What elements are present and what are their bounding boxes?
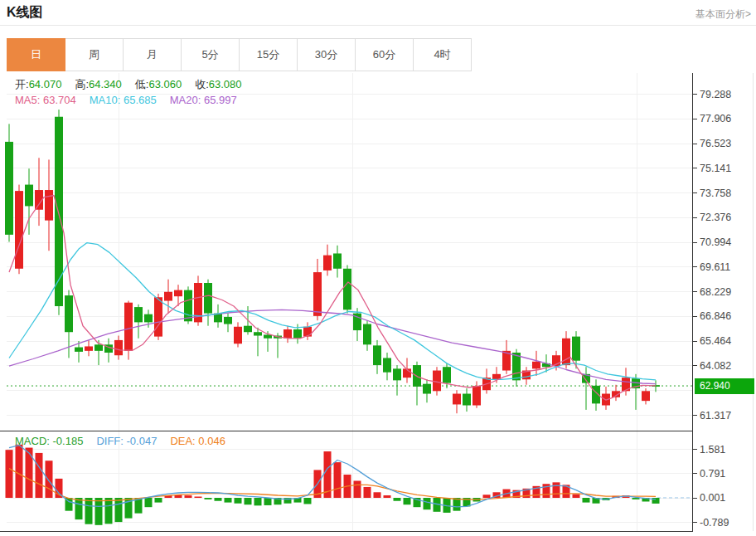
candle-up[interactable] (154, 297, 162, 336)
macd-bar[interactable] (404, 498, 411, 504)
candle-down[interactable] (463, 394, 471, 406)
candle-down[interactable] (383, 358, 391, 372)
candle-up[interactable] (323, 256, 332, 270)
macd-bar[interactable] (155, 498, 162, 503)
macd-bar[interactable] (16, 445, 23, 498)
macd-bar[interactable] (195, 497, 202, 498)
candle-up[interactable] (472, 386, 481, 405)
macd-bar[interactable] (36, 453, 43, 498)
macd-bar[interactable] (334, 462, 342, 498)
candle-up[interactable] (15, 191, 23, 269)
macd-bar[interactable] (245, 498, 252, 504)
candle-down[interactable] (423, 384, 431, 394)
candle-down[interactable] (144, 314, 153, 323)
candle-down[interactable] (333, 253, 342, 268)
ohlc-open: 开:64.070 (15, 77, 61, 92)
candle-up[interactable] (45, 190, 53, 221)
macd-bar[interactable] (115, 498, 123, 522)
candle-up[interactable] (532, 362, 540, 369)
candle-down[interactable] (393, 368, 401, 380)
candle-down[interactable] (254, 332, 262, 335)
ohlc-close: 收:63.080 (195, 77, 241, 92)
macd-bar[interactable] (75, 498, 83, 519)
macd-bar[interactable] (6, 450, 13, 498)
macd-bar[interactable] (205, 498, 212, 499)
grid-lines (7, 73, 754, 531)
candle-up[interactable] (433, 371, 441, 392)
macd-bar[interactable] (264, 498, 272, 505)
macd-legend: MACD: -0.185 DIFF: -0.047 DEA: 0.046 (15, 435, 239, 447)
macd-bar[interactable] (354, 480, 361, 498)
macd-bar[interactable] (225, 498, 232, 503)
ohlc-legend: 开:64.070 高:64.340 低:63.060 收:63.080 (15, 77, 255, 92)
macd-bar[interactable] (553, 482, 560, 498)
candle-up[interactable] (284, 329, 292, 339)
diff-value-label: DIFF: -0.047 (96, 435, 157, 447)
macd-bar[interactable] (46, 460, 53, 498)
axis-tick-label: 0.791 (700, 468, 725, 480)
ma5-line (9, 196, 656, 401)
candle-down[interactable] (224, 317, 232, 324)
candle-down[interactable] (94, 344, 103, 351)
axis-tick-label: 79.288 (700, 89, 731, 100)
axis-tick-label: 70.994 (700, 236, 731, 248)
macd-bar[interactable] (384, 495, 391, 498)
axis-tick-label: 75.141 (700, 163, 731, 174)
candle-up[interactable] (174, 290, 182, 297)
macd-bar[interactable] (145, 498, 153, 507)
axis-tick-label: 76.523 (700, 138, 731, 149)
macd-bar[interactable] (215, 498, 222, 501)
candle-down[interactable] (25, 185, 33, 207)
macd-bar[interactable] (583, 498, 590, 503)
candle-down[interactable] (184, 290, 192, 322)
candle-down[interactable] (293, 329, 302, 339)
macd-bar[interactable] (573, 495, 580, 498)
ma10-legend: MA10: 65.685 (90, 94, 157, 106)
candle-down[interactable] (264, 334, 272, 338)
axis-tick-label: -0.789 (700, 517, 729, 529)
macd-bar[interactable] (85, 498, 93, 524)
macd-value-label: MACD: -0.185 (15, 435, 83, 447)
macd-bar[interactable] (105, 498, 113, 524)
ohlc-high: 高:64.340 (75, 77, 121, 92)
candle-down[interactable] (75, 348, 83, 352)
macd-bar[interactable] (483, 495, 491, 498)
axis-tick-label: 66.846 (700, 310, 731, 322)
macd-bar[interactable] (374, 492, 381, 498)
tab-day[interactable]: 日 (7, 38, 65, 71)
candle-down[interactable] (373, 345, 381, 365)
candle-down[interactable] (343, 269, 351, 310)
candle-down[interactable] (244, 326, 252, 333)
candle-down[interactable] (65, 295, 73, 332)
candle-down[interactable] (443, 367, 451, 383)
candle-down[interactable] (204, 283, 212, 314)
macd-bar[interactable] (453, 498, 461, 511)
candle-up[interactable] (124, 303, 133, 351)
macd-bar[interactable] (26, 448, 33, 498)
macd-bar[interactable] (254, 498, 262, 505)
candle-down[interactable] (5, 142, 13, 235)
candle-up[interactable] (234, 327, 242, 344)
dea-value-label: DEA: 0.046 (170, 435, 225, 447)
macd-bar[interactable] (364, 487, 371, 498)
candle-down[interactable] (572, 337, 580, 361)
candle-up[interactable] (114, 340, 123, 355)
candle-up[interactable] (164, 292, 172, 301)
candle-up[interactable] (85, 346, 93, 350)
macd-bar[interactable] (424, 498, 431, 509)
macd-bar[interactable] (185, 495, 192, 498)
macd-bar[interactable] (304, 498, 312, 504)
last-price-badge: 62.940 (695, 378, 754, 394)
macd-bar[interactable] (95, 498, 103, 525)
ma20-legend: MA20: 65.997 (170, 94, 237, 106)
ma-legend: MA5: 63.704 MA10: 65.685 MA20: 65.997 (15, 94, 250, 106)
macd-bar[interactable] (235, 498, 242, 504)
candle-down[interactable] (363, 324, 371, 345)
axis-tick-label: 72.376 (700, 212, 731, 223)
candle-up[interactable] (642, 391, 650, 401)
candle-up[interactable] (453, 394, 461, 405)
candle-down[interactable] (55, 117, 63, 306)
candle-down[interactable] (134, 307, 143, 322)
candle-up[interactable] (313, 272, 322, 316)
macd-bar[interactable] (394, 498, 401, 501)
